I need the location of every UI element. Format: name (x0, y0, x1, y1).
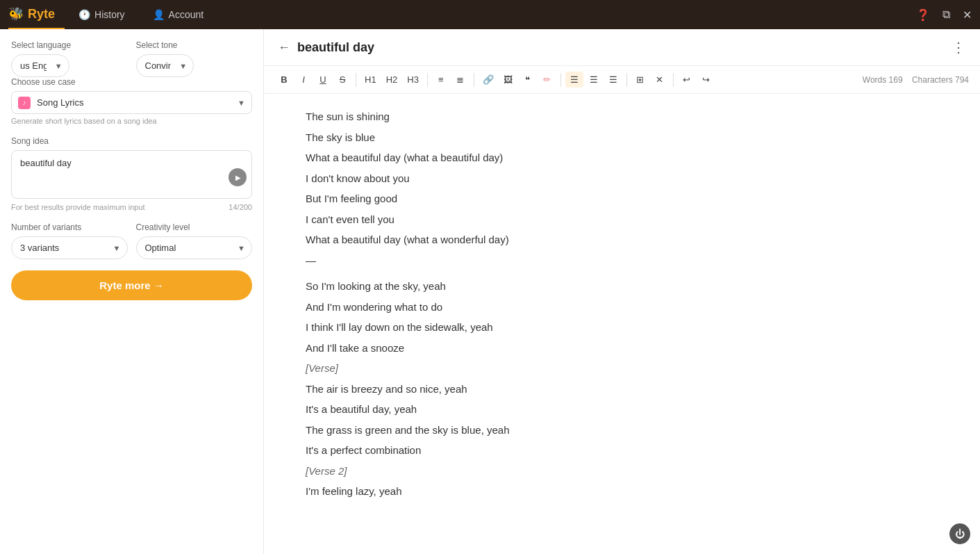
editor-line: The grass is green and the sky is blue, … (306, 421, 938, 439)
highlight-button[interactable]: ✏ (538, 72, 556, 88)
creativity-label: Creativity level (136, 222, 253, 232)
words-count: 169 (889, 75, 903, 85)
editor-line: I don't know about you (306, 170, 938, 188)
variants-group: Number of variants 1 variant 2 variants … (11, 222, 128, 259)
use-case-group: Choose use case Song Lyrics ♪ ▼ Generate… (11, 77, 252, 125)
ryte-more-label: Ryte more → (99, 279, 164, 291)
use-case-select[interactable]: Song Lyrics (11, 91, 252, 114)
editor-line: And I'm wondering what to do (306, 298, 938, 316)
history-icon: 🕐 (78, 9, 90, 20)
use-case-select-wrapper: Song Lyrics ♪ ▼ (11, 91, 252, 114)
image-button[interactable]: 🖼 (499, 72, 517, 88)
editor-line: The sun is shining (306, 108, 938, 126)
send-button[interactable] (229, 168, 247, 186)
header-left: ← beautiful day (278, 40, 374, 55)
table-button[interactable]: ⊞ (631, 72, 649, 88)
toolbar-divider-4 (560, 73, 561, 87)
editor-line: What a beautiful day (what a wonderful d… (306, 231, 938, 249)
undo-button[interactable]: ↩ (678, 72, 696, 88)
editor-line: It's a perfect combination (306, 441, 938, 459)
underline-button[interactable]: U (314, 72, 332, 88)
use-case-icon: ♪ (18, 97, 31, 109)
editor-line: What a beautiful day (what a beautiful d… (306, 149, 938, 167)
editor-line: The air is breezy and so nice, yeah (306, 380, 938, 398)
close-icon[interactable]: ✕ (963, 8, 972, 22)
editor-line: I can't even tell you (306, 211, 938, 229)
nav-account[interactable]: 👤 Account (139, 0, 218, 29)
main-layout: Select language us English uk English Sp… (0, 29, 980, 554)
sidebar: Select language us English uk English Sp… (0, 29, 264, 554)
topnav: 🐝 Ryte 🕐 History 👤 Account ❓ ⧉ ✕ (0, 0, 980, 29)
editor-line: The sky is blue (306, 129, 938, 147)
content-header: ← beautiful day ⋮ (264, 29, 980, 66)
variants-label: Number of variants (11, 222, 128, 232)
app-logo[interactable]: 🐝 Ryte (8, 0, 65, 29)
variants-select[interactable]: 1 variant 2 variants 3 variants 4 varian… (11, 236, 128, 259)
logo-emoji: 🐝 (8, 6, 24, 22)
ordered-list-button[interactable]: ≣ (451, 72, 470, 88)
history-label: History (94, 9, 125, 20)
back-button[interactable]: ← (278, 40, 290, 55)
editor-line: And I'll take a snooze (306, 339, 938, 357)
align-left-button[interactable]: ☰ (565, 72, 583, 88)
power-button[interactable]: ⏻ (949, 523, 970, 544)
redo-button[interactable]: ↪ (697, 72, 715, 88)
more-options-button[interactable]: ⋮ (952, 39, 966, 56)
toolbar-divider-5 (626, 73, 627, 87)
language-select-wrapper: us English uk English Spanish French ▼ (11, 54, 69, 77)
bold-button[interactable]: B (275, 72, 293, 88)
variants-creativity-row: Number of variants 1 variant 2 variants … (11, 222, 252, 259)
use-case-label: Choose use case (11, 77, 252, 87)
link-button[interactable]: 🔗 (479, 72, 498, 88)
creativity-group: Creativity level Low Optimal High Maximu… (136, 222, 253, 259)
song-idea-label: Song idea (11, 136, 252, 146)
nav-history[interactable]: 🕐 History (65, 0, 139, 29)
editor-line: But I'm feeling good (306, 190, 938, 208)
language-select[interactable]: us English uk English Spanish French (11, 54, 69, 77)
account-label: Account (169, 9, 204, 20)
clear-button[interactable]: ✕ (651, 72, 669, 88)
h1-button[interactable]: H1 (360, 72, 381, 88)
external-link-icon[interactable]: ⧉ (942, 8, 950, 21)
account-icon: 👤 (153, 9, 165, 20)
word-character-count: Words 169 Characters 794 (863, 75, 969, 85)
tone-label: Select tone (136, 40, 253, 50)
song-idea-hint-row: For best results provide maximum input 1… (11, 203, 252, 211)
align-right-button[interactable]: ☰ (604, 72, 622, 88)
editor-line: It's a beautiful day, yeah (306, 400, 938, 418)
tone-select[interactable]: Convincing Formal Casual (136, 54, 194, 77)
language-label: Select language (11, 40, 128, 50)
tone-group: Select tone Convincing Formal Casual ▼ (136, 40, 253, 77)
editor-line: I think I'll lay down on the sidewalk, y… (306, 318, 938, 336)
align-center-button[interactable]: ☰ (585, 72, 603, 88)
document-title: beautiful day (297, 40, 374, 55)
editor-line: So I'm looking at the sky, yeah (306, 277, 938, 295)
ryte-more-button[interactable]: Ryte more → (11, 270, 252, 300)
characters-label: Characters (912, 75, 953, 85)
toolbar-divider-6 (673, 73, 674, 87)
content-area: ← beautiful day ⋮ B I U S H1 H2 H3 ≡ ≣ 🔗… (264, 29, 980, 554)
help-icon[interactable]: ❓ (916, 8, 930, 22)
bullet-list-button[interactable]: ≡ (432, 72, 450, 88)
characters-count: 794 (955, 75, 969, 85)
words-label: Words (863, 75, 886, 85)
language-group: Select language us English uk English Sp… (11, 40, 128, 77)
tone-select-wrapper: Convincing Formal Casual ▼ (136, 54, 194, 77)
editor-line: [Verse 2] (306, 462, 938, 480)
italic-button[interactable]: I (294, 72, 313, 88)
editor-line: I'm feeling lazy, yeah (306, 482, 938, 500)
max-input-hint: For best results provide maximum input (11, 203, 145, 211)
song-idea-input[interactable]: beautiful day (11, 150, 252, 199)
strikethrough-button[interactable]: S (333, 72, 351, 88)
creativity-select-wrapper: Low Optimal High Maximum ▼ (136, 236, 253, 259)
quote-button[interactable]: ❝ (519, 72, 537, 88)
creativity-select[interactable]: Low Optimal High Maximum (136, 236, 253, 259)
character-count: 14/200 (229, 203, 252, 211)
editor-content[interactable]: The sun is shiningThe sky is blueWhat a … (264, 94, 980, 554)
toolbar-divider-2 (427, 73, 428, 87)
h3-button[interactable]: H3 (403, 72, 423, 88)
editor-toolbar: B I U S H1 H2 H3 ≡ ≣ 🔗 🖼 ❝ ✏ ☰ ☰ ☰ ⊞ ✕ ↩… (264, 66, 980, 94)
h2-button[interactable]: H2 (382, 72, 402, 88)
topnav-actions: ❓ ⧉ ✕ (916, 8, 972, 22)
toolbar-divider-3 (474, 73, 474, 87)
